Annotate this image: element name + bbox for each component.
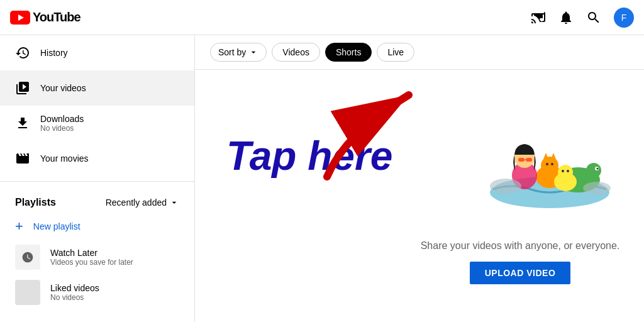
watch-later-thumbnail xyxy=(15,245,40,270)
sidebar-item-watch-later[interactable]: Watch Later Videos you save for later xyxy=(0,240,194,275)
upload-video-button[interactable]: UPLOAD VIDEO xyxy=(470,262,571,284)
header: YouTube F xyxy=(0,0,644,35)
header-right: F xyxy=(531,8,634,28)
liked-videos-sublabel: No videos xyxy=(50,293,99,302)
clock-icon xyxy=(21,251,34,264)
sort-by-button[interactable]: Sort by xyxy=(210,43,267,62)
new-playlist-item[interactable]: + New playlist xyxy=(0,213,194,240)
watch-later-text: Watch Later Videos you save for later xyxy=(50,248,133,267)
downloads-sublabel: No videos xyxy=(40,124,84,133)
sidebar-item-your-movies[interactable]: Your movies xyxy=(0,141,194,176)
youtube-wordmark: YouTube xyxy=(33,10,80,25)
sort-by-label: Sort by xyxy=(218,47,246,57)
liked-videos-thumbnail xyxy=(15,280,40,305)
history-label: History xyxy=(40,48,68,58)
tab-shorts[interactable]: Shorts xyxy=(325,43,372,62)
playlists-title: Playlists xyxy=(15,197,56,208)
liked-videos-text: Liked videos No videos xyxy=(50,283,99,302)
chevron-down-icon xyxy=(169,197,179,208)
header-left: YouTube xyxy=(10,10,80,25)
youtube-logo: YouTube xyxy=(10,10,80,25)
watch-later-sublabel: Videos you save for later xyxy=(50,258,133,267)
recently-added-sort[interactable]: Recently added xyxy=(106,197,179,208)
your-videos-icon xyxy=(15,80,30,96)
tab-videos-label: Videos xyxy=(282,47,309,57)
notifications-icon[interactable] xyxy=(558,10,574,25)
youtube-logo-icon xyxy=(10,11,30,25)
your-movies-label: Your movies xyxy=(40,153,89,164)
tab-live-label: Live xyxy=(387,47,404,57)
history-icon xyxy=(15,45,30,60)
content-area: Sort by Videos Shorts Live Tap here xyxy=(195,35,644,322)
sidebar-item-liked-videos[interactable]: Liked videos No videos xyxy=(0,275,194,310)
user-avatar[interactable]: F xyxy=(614,8,634,28)
sidebar-divider xyxy=(0,181,194,182)
downloads-label: Downloads xyxy=(40,114,84,124)
watch-later-label: Watch Later xyxy=(50,248,133,258)
arrow-overlay xyxy=(308,82,447,183)
your-videos-label: Your videos xyxy=(40,83,86,93)
playlists-section-header: Playlists Recently added xyxy=(0,187,194,213)
cast-icon[interactable] xyxy=(531,10,546,25)
main-container: History Your videos Downloads No videos … xyxy=(0,35,644,322)
tab-shorts-label: Shorts xyxy=(336,47,361,57)
search-icon[interactable] xyxy=(586,10,601,25)
movies-icon xyxy=(15,151,30,166)
liked-videos-label: Liked videos xyxy=(50,283,99,293)
sidebar-item-your-videos[interactable]: Your videos xyxy=(0,70,194,106)
tab-videos[interactable]: Videos xyxy=(272,43,320,62)
tab-live[interactable]: Live xyxy=(377,43,414,62)
sort-chevron-icon xyxy=(248,47,258,57)
downloads-text: Downloads No videos xyxy=(40,114,84,133)
sidebar-item-history[interactable]: History xyxy=(0,35,194,70)
plus-icon: + xyxy=(15,218,23,235)
sidebar: History Your videos Downloads No videos … xyxy=(0,35,195,322)
download-icon xyxy=(15,116,30,131)
tab-bar: Sort by Videos Shorts Live xyxy=(195,35,644,70)
recently-added-label: Recently added xyxy=(106,197,167,208)
new-playlist-label: New playlist xyxy=(33,221,80,231)
sidebar-item-downloads[interactable]: Downloads No videos xyxy=(0,106,194,141)
share-text: Share your videos with anyone, or everyo… xyxy=(421,240,620,252)
content-main: Tap here xyxy=(195,70,644,322)
